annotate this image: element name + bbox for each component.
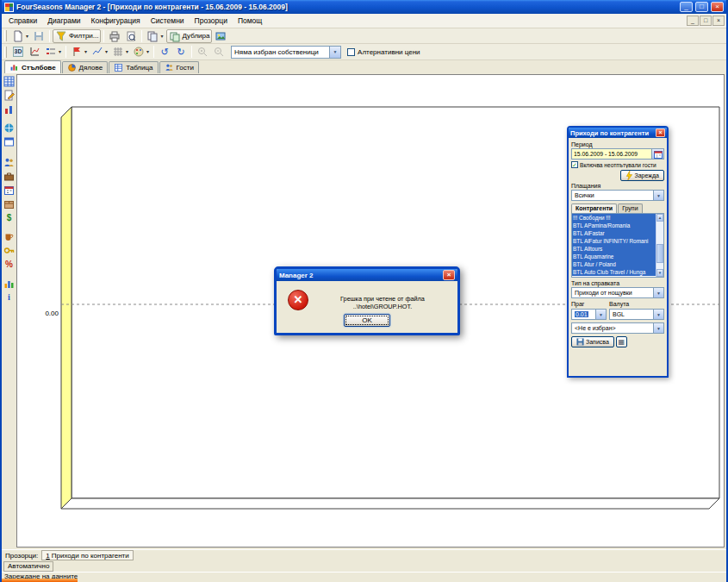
restore-button[interactable]: □: [695, 2, 708, 12]
filters-button[interactable]: Филтри...: [53, 29, 101, 43]
menu-windows[interactable]: Прозорци: [190, 16, 233, 26]
calendar-button[interactable]: [652, 148, 664, 160]
calendar-icon[interactable]: [3, 185, 15, 196]
window-tab-number: 1: [46, 552, 49, 560]
window-icon[interactable]: [3, 136, 15, 147]
report-type-select[interactable]: Приходи от нощувки ▼: [571, 287, 664, 298]
toolbar-grip[interactable]: [4, 47, 7, 58]
copy-button[interactable]: ▾: [145, 29, 165, 43]
minimize-button[interactable]: _: [680, 2, 693, 12]
alternative-prices-checkbox[interactable]: Алтернативни цени: [347, 48, 420, 56]
rotate-ccw-button[interactable]: ↺: [157, 45, 172, 59]
legend-button[interactable]: ▾: [43, 45, 63, 59]
list-item[interactable]: BTL Alltours: [572, 245, 656, 253]
tab-table[interactable]: Таблица: [109, 61, 158, 73]
table-view-icon[interactable]: [3, 76, 15, 87]
new-report-button[interactable]: ▾: [10, 29, 30, 43]
zoom-in-icon: [196, 46, 208, 58]
print-preview-button[interactable]: [123, 29, 139, 43]
menu-system[interactable]: Системни: [146, 16, 190, 26]
key-icon[interactable]: [3, 245, 15, 256]
save-selection-button[interactable]: Записва: [571, 336, 614, 347]
scroll-up-icon[interactable]: ▲: [656, 214, 663, 222]
menu-reports[interactable]: Справки: [3, 16, 42, 26]
chevron-down-icon: ▾: [26, 34, 28, 39]
error-message: Грешка при четене от файла ..\hotel\GROU…: [313, 295, 452, 310]
chevron-down-icon: ▼: [595, 310, 606, 319]
load-button[interactable]: Зарежда: [620, 170, 665, 181]
tab-shares[interactable]: Дялове: [62, 61, 109, 73]
dialog-title-bar[interactable]: Manager 2 ×: [277, 269, 457, 281]
threshold-input[interactable]: 0.01 ▼: [571, 309, 607, 320]
ok-button[interactable]: OK: [344, 314, 390, 327]
axes-icon: [28, 46, 40, 58]
payments-select[interactable]: Всички ▼: [571, 190, 664, 201]
mini-chart-icon[interactable]: [3, 103, 15, 115]
list-scrollbar[interactable]: ▲ ▼: [656, 214, 663, 277]
marks-button[interactable]: ▾: [69, 45, 89, 59]
cup-icon[interactable]: [3, 231, 15, 242]
tab-groups[interactable]: Групи: [618, 203, 642, 213]
preview-icon: [125, 30, 137, 42]
saved-selection-select[interactable]: <Не е избран> ▼: [571, 322, 664, 334]
grid-button[interactable]: ▾: [110, 45, 130, 59]
globe-icon[interactable]: [3, 122, 15, 134]
list-item[interactable]: BTL Atur / Poland: [572, 260, 656, 268]
dollar-icon[interactable]: $: [3, 212, 15, 223]
pie-chart-icon: [67, 63, 77, 72]
owner-select-value: Няма избран собственици: [234, 48, 319, 56]
window-tab[interactable]: 1 Приходи по контрагенти: [41, 550, 133, 560]
list-item[interactable]: BTL AlFatur INFINITY/ Romani: [572, 237, 656, 245]
menu-diagrams[interactable]: Диаграми: [42, 16, 85, 26]
export-image-button[interactable]: [213, 29, 228, 43]
zoom-out-button[interactable]: [211, 45, 227, 59]
list-item[interactable]: !!! Свободни !!!: [572, 214, 656, 222]
info-icon[interactable]: i: [3, 291, 15, 303]
list-item[interactable]: BTL APamina/Romania: [572, 222, 656, 229]
panel-title-bar[interactable]: Приходи по контрагенти ×: [569, 128, 667, 138]
menu-bar: Справки Диаграми Конфигурация Системни П…: [2, 14, 726, 28]
tab-guests[interactable]: Гости: [159, 61, 199, 73]
guests-icon[interactable]: [3, 157, 15, 168]
include-guests-checkbox[interactable]: ✓ Включва неотпътували гости: [571, 161, 664, 168]
selection-options-button[interactable]: ▦: [616, 336, 627, 347]
dialog-close-button[interactable]: ×: [443, 270, 455, 280]
edit-document-icon[interactable]: [3, 90, 15, 101]
mdi-minimize-button[interactable]: _: [687, 16, 699, 26]
briefcase-icon[interactable]: [3, 171, 15, 182]
list-item[interactable]: BTL Auto Club Travel / Hunga: [572, 268, 656, 276]
rotate-cw-button[interactable]: ↻: [173, 45, 189, 59]
mdi-close-button[interactable]: ×: [712, 16, 725, 26]
3d-toggle-button[interactable]: 3D: [10, 45, 26, 59]
list-item[interactable]: BTL Aquamarine: [572, 253, 656, 260]
include-guests-label: Включва неотпътували гости: [580, 162, 656, 168]
save-button[interactable]: [31, 29, 47, 43]
owner-select[interactable]: Няма избран собственици ▼: [231, 46, 341, 59]
currency-select[interactable]: BGL ▼: [609, 309, 664, 320]
scroll-down-icon[interactable]: ▼: [656, 269, 663, 277]
mdi-restore-button[interactable]: □: [700, 16, 712, 26]
stats-icon[interactable]: [3, 278, 15, 289]
threshold-currency-row: 0.01 ▼ BGL ▼: [571, 308, 664, 320]
chevron-down-icon: ▾: [126, 49, 128, 54]
toolbar-grip[interactable]: [4, 30, 7, 41]
close-button[interactable]: ×: [711, 2, 724, 12]
colors-button[interactable]: ▾: [131, 45, 151, 59]
list-item[interactable]: BTL AlFastar: [572, 229, 656, 237]
series-style-button[interactable]: ▾: [90, 45, 109, 59]
scrollbar-thumb[interactable]: [656, 244, 663, 263]
tab-columns[interactable]: Стълбове: [4, 60, 61, 73]
percent-icon[interactable]: %: [3, 259, 15, 270]
panel-close-button[interactable]: ×: [656, 128, 665, 137]
duplicate-button[interactable]: Дублира: [166, 29, 213, 43]
menu-configuration[interactable]: Конфигурация: [86, 16, 146, 26]
tab-counterparties[interactable]: Контрагенти: [571, 203, 617, 213]
period-input[interactable]: 15.06.2009 - 15.06.2009: [571, 148, 652, 160]
legend-icon: [45, 46, 57, 58]
automatic-button[interactable]: Автоматично: [3, 561, 53, 572]
print-button[interactable]: [107, 29, 122, 43]
package-icon[interactable]: [3, 198, 15, 210]
zoom-in-button[interactable]: [195, 45, 210, 59]
axes-button[interactable]: [27, 45, 42, 59]
menu-help[interactable]: Помощ: [233, 16, 267, 26]
